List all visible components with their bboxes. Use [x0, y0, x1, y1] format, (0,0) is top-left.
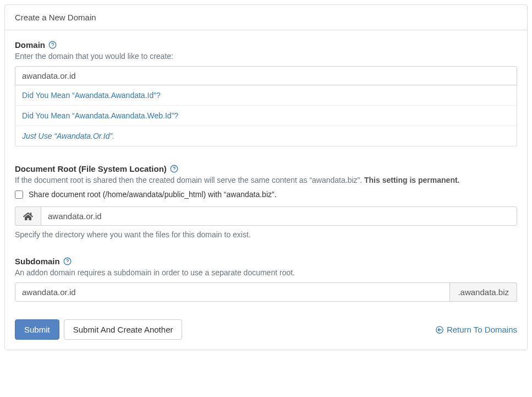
docroot-hint: If the document root is shared then the …	[15, 176, 517, 184]
panel-body: Domain Enter the domain that you would l…	[5, 30, 527, 350]
docroot-section: Document Root (File System Location) If …	[15, 164, 517, 239]
docroot-hint-prefix: If the document root is shared then the …	[15, 176, 364, 184]
domain-suggestion-0[interactable]: Did You Mean “Awandata.Awandata.Id”?	[15, 85, 517, 106]
domain-section: Domain Enter the domain that you would l…	[15, 40, 517, 146]
domain-hint: Enter the domain that you would like to …	[15, 52, 517, 61]
button-group: Submit Submit And Create Another	[15, 319, 182, 340]
share-docroot-checkbox[interactable]	[15, 191, 23, 199]
submit-button[interactable]: Submit	[15, 319, 59, 340]
subdomain-section: Subdomain An addon domain requires a sub…	[15, 257, 517, 302]
domain-suggestions: Did You Mean “Awandata.Awandata.Id”?Did …	[15, 85, 517, 146]
share-docroot-row[interactable]: Share document root (/home/awandata/publ…	[15, 190, 517, 199]
return-icon	[436, 326, 443, 334]
docroot-input[interactable]	[41, 206, 517, 226]
docroot-input-group	[15, 206, 517, 226]
home-icon	[23, 212, 33, 221]
subdomain-suffix: .awandata.biz	[450, 282, 517, 302]
subdomain-input[interactable]	[15, 282, 450, 302]
svg-point-3	[174, 171, 174, 171]
create-domain-panel: Create a New Domain Domain Enter the dom…	[4, 4, 528, 350]
domain-label: Domain	[15, 40, 45, 50]
help-icon[interactable]	[170, 165, 178, 173]
docroot-label-row: Document Root (File System Location)	[15, 164, 178, 173]
domain-input[interactable]	[15, 66, 517, 85]
svg-point-1	[52, 47, 53, 47]
subdomain-input-group: .awandata.biz	[15, 282, 517, 302]
share-docroot-label: Share document root (/home/awandata/publ…	[29, 190, 277, 199]
help-icon[interactable]	[63, 257, 72, 265]
home-icon-addon	[15, 206, 41, 226]
button-row: Submit Submit And Create Another Return …	[15, 319, 517, 340]
subdomain-label-row: Subdomain	[15, 257, 72, 266]
subdomain-label: Subdomain	[15, 257, 60, 266]
submit-another-button[interactable]: Submit And Create Another	[64, 319, 183, 340]
domain-suggestion-2[interactable]: Just Use “Awandata.Or.Id”.	[15, 126, 517, 146]
return-link-label: Return To Domains	[447, 325, 517, 334]
domain-label-row: Domain	[15, 40, 57, 50]
svg-point-5	[67, 263, 68, 264]
subdomain-hint: An addon domain requires a subdomain in …	[15, 268, 517, 277]
docroot-after-hint: Specify the directory where you want the…	[15, 230, 517, 239]
docroot-label: Document Root (File System Location)	[15, 164, 167, 173]
return-link[interactable]: Return To Domains	[436, 325, 517, 334]
docroot-hint-bold: This setting is permanent.	[364, 176, 459, 184]
domain-suggestion-1[interactable]: Did You Mean “Awandata.Awandata.Web.Id”?	[15, 106, 517, 126]
help-icon[interactable]	[48, 41, 57, 49]
panel-title: Create a New Domain	[5, 5, 527, 30]
